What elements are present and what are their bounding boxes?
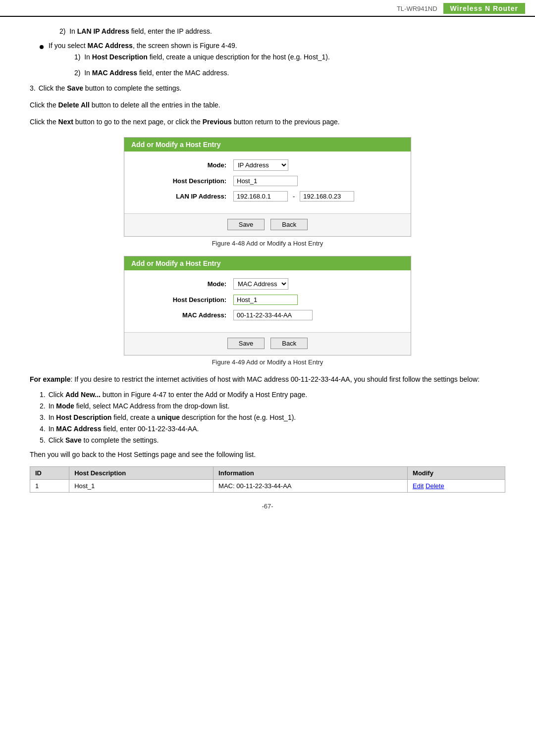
model-number: TL-WR941ND [397, 5, 437, 12]
fe-step3-text: In Host Description field, create a uniq… [49, 413, 296, 421]
fig49-mode-control[interactable]: IP Address MAC Address [233, 278, 288, 290]
table-header-id: ID [30, 467, 69, 480]
fe-step2-text: In Mode field, select MAC Address from t… [49, 402, 230, 410]
fe-step3-num: 3. [40, 413, 46, 421]
table-row: 1 Host_1 MAC: 00-11-22-33-44-AA Edit Del… [30, 480, 505, 493]
fe-step4: 4. In MAC Address field, enter 00-11-22-… [30, 425, 505, 433]
figure-48-header: Add or Modify a Host Entry [124, 138, 411, 151]
for-example-steps: 1. Click Add New... button in Figure 4-4… [30, 391, 505, 444]
fig48-footer: Save Back [124, 213, 411, 236]
mac-step1: 1) In Host Description field, create a u… [74, 51, 505, 63]
figure-49-header: Add or Modify a Host Entry [124, 256, 411, 270]
fig49-mac-input[interactable] [233, 310, 313, 320]
fig48-host-desc-input[interactable] [233, 176, 298, 186]
fig48-ip-separator: - [291, 193, 297, 200]
table-cell-modify: Edit Delete [408, 480, 505, 493]
fig49-host-desc-input[interactable] [233, 295, 298, 305]
for-example-block: For example: If you desire to restrict t… [30, 374, 505, 386]
step2-ip-text: 2) In LAN IP Address field, enter the IP… [30, 26, 505, 38]
step3-num: 3. [30, 83, 36, 95]
fig48-lan-ip-label: LAN IP Address: [134, 193, 233, 200]
fig49-host-desc-control[interactable] [233, 295, 298, 305]
fig49-mac-control[interactable] [233, 310, 313, 320]
fe-step5: 5. Click Save to complete the settings. [30, 436, 505, 444]
fe-step1-text: Click Add New... button in Figure 4-47 t… [49, 391, 307, 399]
table-cell-id: 1 [30, 480, 69, 493]
table-cell-host-desc: Host_1 [69, 480, 214, 493]
fig49-mode-label: Mode: [134, 280, 233, 288]
step3-content: Click the Save button to complete the se… [39, 83, 182, 95]
fig48-host-desc-label: Host Description: [134, 177, 233, 185]
fe-step2-num: 2. [40, 402, 46, 410]
then-line: Then you will go back to the Host Settin… [30, 449, 505, 461]
fig48-lan-ip-row: LAN IP Address: - [134, 191, 401, 202]
fe-step5-num: 5. [40, 436, 46, 444]
fig48-mode-row: Mode: IP Address MAC Address [134, 159, 401, 171]
fe-step5-text: Click Save to complete the settings. [49, 436, 159, 444]
figure-49-body: Mode: IP Address MAC Address Host Descri… [124, 270, 411, 332]
mac-step2: 2) In MAC Address field, enter the MAC a… [74, 67, 505, 79]
fig48-lan-ip-end[interactable] [300, 191, 354, 202]
fig49-back-button[interactable]: Back [270, 338, 308, 349]
figure-49-container: Add or Modify a Host Entry Mode: IP Addr… [124, 256, 411, 366]
bullet-mac-text: If you select MAC Address, the screen sh… [49, 42, 237, 50]
fig49-caption: Figure 4-49 Add or Modify a Host Entry [124, 358, 411, 366]
fe-step4-text: In MAC Address field, enter 00-11-22-33-… [49, 425, 199, 433]
fig48-host-desc-row: Host Description: [134, 176, 401, 186]
page-title: Wireless N Router [443, 3, 525, 14]
figure-48-container: Add or Modify a Host Entry Mode: IP Addr… [124, 137, 411, 247]
fig48-lan-ip-start[interactable] [233, 191, 288, 202]
table-header-modify: Modify [408, 467, 505, 480]
table-cell-information: MAC: 00-11-22-33-44-AA [214, 480, 408, 493]
delete-link[interactable]: Delete [426, 482, 444, 490]
fig48-mode-control[interactable]: IP Address MAC Address [233, 159, 288, 171]
fe-step3: 3. In Host Description field, create a u… [30, 413, 505, 421]
edit-link[interactable]: Edit [413, 482, 424, 490]
fe-step4-num: 4. [40, 425, 46, 433]
fe-step2: 2. In Mode field, select MAC Address fro… [30, 402, 505, 410]
page-number: -67- [30, 503, 505, 510]
fig48-caption: Figure 4-48 Add or Modify a Host Entry [124, 240, 411, 247]
fig48-back-button[interactable]: Back [270, 219, 308, 230]
delete-all-line: Click the Delete All button to delete al… [30, 100, 505, 111]
figure-48-panel: Add or Modify a Host Entry Mode: IP Addr… [124, 137, 411, 237]
fig49-host-desc-row: Host Description: [134, 295, 401, 305]
next-prev-line: Click the Next button to go to the next … [30, 116, 505, 128]
fig49-mac-row: MAC Address: [134, 310, 401, 320]
bullet-dot-icon [40, 45, 44, 49]
fig48-mode-label: Mode: [134, 161, 233, 169]
figure-48-body: Mode: IP Address MAC Address Host Descri… [124, 151, 411, 213]
fig48-host-desc-control[interactable] [233, 176, 298, 186]
table-header-host-desc: Host Description [69, 467, 214, 480]
bullet-mac-address: If you select MAC Address, the screen sh… [30, 42, 505, 50]
fig48-save-button[interactable]: Save [227, 219, 265, 230]
fig48-lan-ip-control[interactable]: - [233, 191, 354, 202]
page-header: TL-WR941ND Wireless N Router [0, 0, 535, 17]
fig49-mac-label: MAC Address: [134, 311, 233, 319]
fe-step1-num: 1. [40, 391, 46, 399]
host-settings-table: ID Host Description Information Modify 1… [30, 466, 505, 493]
table-header-information: Information [214, 467, 408, 480]
fe-step1: 1. Click Add New... button in Figure 4-4… [30, 391, 505, 399]
figure-49-panel: Add or Modify a Host Entry Mode: IP Addr… [124, 256, 411, 355]
fig49-host-desc-label: Host Description: [134, 296, 233, 303]
fig49-mode-select[interactable]: IP Address MAC Address [233, 278, 288, 290]
fig49-footer: Save Back [124, 332, 411, 355]
main-content: 2) In LAN IP Address field, enter the IP… [0, 17, 535, 525]
mac-sub-steps: 1) In Host Description field, create a u… [30, 51, 505, 79]
fig49-mode-row: Mode: IP Address MAC Address [134, 278, 401, 290]
step3-text: 3. Click the Save button to complete the… [30, 83, 505, 95]
fig48-mode-select[interactable]: IP Address MAC Address [233, 159, 288, 171]
fig49-save-button[interactable]: Save [227, 338, 265, 349]
